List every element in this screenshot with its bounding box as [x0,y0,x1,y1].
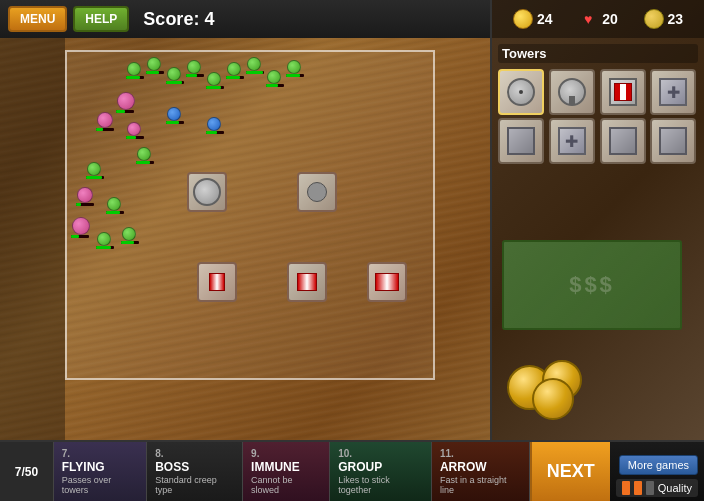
left-shadow [0,38,65,440]
quality-block-3 [646,481,654,495]
tower-empty-3 [659,127,687,155]
tower-icon-6: ✚ [556,125,588,157]
creep-5 [207,72,221,86]
heart-value: 20 [602,11,618,27]
wave-number-7: 7. [62,448,138,459]
tower-cross2-display: ✚ [558,127,586,155]
wave-desc-boss: Standard creep type [155,475,234,495]
tower-slot-8[interactable] [650,118,696,164]
tower-wrench-icon [307,182,327,202]
creep-4 [187,60,201,74]
heart-icon: ♥ [578,9,598,29]
tower-icon-8 [657,125,689,157]
wave-desc-flying: Passes over towers [62,475,138,495]
creep-6 [227,62,241,76]
tower-slot-2[interactable] [549,69,595,115]
wave-card-group[interactable]: 10. GROUP Likes to stick together [330,442,432,501]
bottom-right-area: More games Quality [610,442,704,501]
field-tower-4[interactable] [287,262,327,302]
header: MENU HELP Score: 4 [0,0,490,38]
score-label: Score: [143,9,199,29]
help-button[interactable]: HELP [73,6,129,32]
wave-counter-display: 7/50 [15,465,38,479]
coin-value: 23 [668,11,684,27]
quality-bar[interactable]: Quality [616,479,698,497]
gold-value: 24 [537,11,553,27]
wave-desc-group: Likes to stick together [338,475,423,495]
tower-slot-7[interactable] [600,118,646,164]
menu-button[interactable]: MENU [8,6,67,32]
coin-resource: 23 [644,9,684,29]
more-games-button[interactable]: More games [619,455,698,475]
creep-pink-1 [117,92,135,110]
wave-card-immune[interactable]: 9. IMMUNE Cannot be slowed [243,442,330,501]
gold-icon [513,9,533,29]
field-tower-3[interactable] [197,262,237,302]
tower-empty-1 [507,127,535,155]
creep-10 [137,147,151,161]
tower-cross-display: ✚ [659,78,687,106]
creep-11 [87,162,101,176]
wave-number-10: 10. [338,448,423,459]
tower-icon-7 [607,125,639,157]
creep-8 [267,70,281,84]
creep-12 [107,197,121,211]
field-tower-2[interactable] [297,172,337,212]
next-button[interactable]: NEXT [530,442,610,501]
resource-bar: 24 ♥ 20 23 [492,0,704,38]
tower-slot-6[interactable]: ✚ [549,118,595,164]
play-field [65,50,435,380]
tower-radar-display [507,78,535,106]
quality-label: Quality [658,482,692,494]
wave-card-arrow[interactable]: 11. ARROW Fast in a straight line [432,442,530,501]
dollar-area: $$$ [502,240,682,330]
wave-number-8: 8. [155,448,234,459]
tower-flag-icon [205,270,229,294]
wave-name-group: GROUP [338,460,423,474]
wave-card-flying[interactable]: 7. FLYING Passes over towers [54,442,147,501]
tower-slot-1[interactable] [498,69,544,115]
towers-title: Towers [498,44,698,63]
tower-flag2-icon [297,273,317,291]
wave-counter: 7/50 [0,442,54,501]
heart-resource: ♥ 20 [578,9,618,29]
creep-pink-2 [97,112,113,128]
tower-icon-2 [556,76,588,108]
creep-pink-3 [127,122,141,136]
next-label: NEXT [547,461,595,482]
tower-slot-3[interactable] [600,69,646,115]
tower-slot-4[interactable]: ✚ [650,69,696,115]
towers-grid: ✚ ✚ [498,69,698,164]
dollar-text: $$$ [569,272,615,298]
game-area: MENU HELP Score: 4 [0,0,490,440]
wave-name-flying: FLYING [62,460,138,474]
wave-card-boss[interactable]: 8. BOSS Standard creep type [147,442,243,501]
game-container: MENU HELP Score: 4 [0,0,704,501]
wave-number-11: 11. [440,448,521,459]
wave-number-9: 9. [251,448,321,459]
right-panel: 24 ♥ 20 23 Towers [490,0,704,440]
creep-blue-2 [207,117,221,131]
creep-2 [147,57,161,71]
creep-pink-5 [72,217,90,235]
tower-flag-display [609,78,637,106]
tower-icon-3 [607,76,639,108]
score-value: 4 [204,9,214,29]
tower-icon-5 [505,125,537,157]
creep-blue-1 [167,107,181,121]
creep-14 [122,227,136,241]
tower-slot-5[interactable] [498,118,544,164]
creep-3 [167,67,181,81]
tower-radar-icon [193,178,221,206]
tower-icon-1 [505,76,537,108]
gold-resource: 24 [513,9,553,29]
wave-name-arrow: ARROW [440,460,521,474]
score-display: Score: 4 [143,9,214,30]
creep-1 [127,62,141,76]
field-tower-5[interactable] [367,262,407,302]
field-tower-1[interactable] [187,172,227,212]
wave-name-immune: IMMUNE [251,460,321,474]
creep-pink-4 [77,187,93,203]
wave-desc-immune: Cannot be slowed [251,475,321,495]
wave-name-boss: BOSS [155,460,234,474]
